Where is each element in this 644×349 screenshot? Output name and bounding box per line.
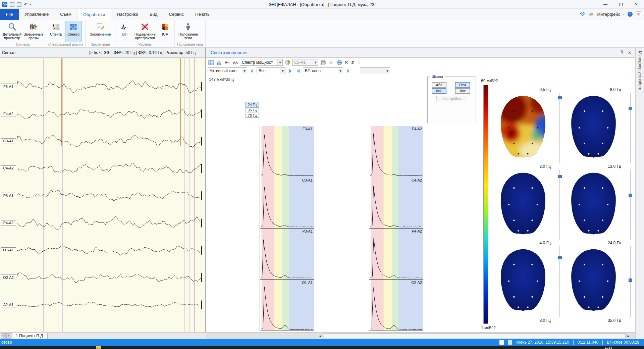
spectrum-curve-F4-A2 [369,126,423,177]
spectrum-button[interactable]: Спектр [48,21,64,42]
tab-Настройки[interactable]: Настройки [111,9,144,20]
document-icon-2[interactable] [508,340,512,345]
eeg-signal-panel[interactable]: F3-A1F4-A2C3-A1C4-A2P3-A1P4-A2O1-A1O2-A2… [0,58,206,332]
menu-right-cluster: Интерфейс ▾ ? ✕ [579,9,644,20]
cloud-icon[interactable] [588,12,594,17]
scroll-right-icon[interactable]: ► [626,333,631,338]
subplot-channel-label: O2-A2 [411,281,422,285]
power-spectrum-panel: Спектр мощност ▼ C3-A1 ▼ ⚙ S Z t Акт [206,58,635,332]
spectrum-subplot-P4-A2: P4-A2 [369,229,423,280]
channel-label-C4-A2: C4-A2 [1,165,16,171]
qat-dropdown-icon[interactable]: ▾ [30,3,32,6]
time-slices-button[interactable]: Временные срезы [23,21,44,42]
brain-map [566,170,621,240]
screen-icon[interactable] [10,2,14,7]
pin-icon[interactable] [620,50,625,55]
spectrum-panel-title: Спектр мощности [206,50,247,55]
signal-panel-title: Сигнал [2,50,15,55]
status-ready-text: отово [0,340,12,345]
eeg-trace-P4-A2 [17,216,201,230]
tab-Обработки[interactable]: Обработки [77,9,111,20]
file-menu-button[interactable]: File [0,9,19,20]
help-icon[interactable]: ? [628,12,633,17]
map-freq-label-right: 8.0 Гц [566,87,621,92]
ribbon-tab-bar: File УправлениеСъёмОбработкиНастройкиВид… [0,9,644,20]
minimize-button[interactable]: — [598,0,613,9]
maximize-button[interactable] [613,0,629,9]
slider-handle[interactable] [629,194,632,197]
artifact-suppression-button[interactable]: Подавление артефактов [133,21,157,42]
spectrum-horizontal-scrollbar[interactable]: ◄ ► [206,332,635,339]
ribbon-group-body-position: Положение тела Положение тела [175,20,206,47]
close-panel-icon[interactable]: ✕ [628,50,631,55]
scrollbar-thumb[interactable] [324,333,626,338]
document-pencil-icon [96,22,105,32]
brain-map [566,93,621,163]
interface-menu[interactable]: Интерфейс [597,12,620,17]
conclusion-button[interactable]: Заключение [87,21,113,42]
slider-handle[interactable] [629,107,632,110]
slider-handle[interactable] [558,256,562,259]
device-manager-strip[interactable]: Менеджер устройств [635,48,644,339]
slider-handle[interactable] [558,175,562,178]
colorbar-min-label: 1 мкВ^2 [481,326,496,330]
eeg-trace-P3-A1 [17,190,201,200]
spectrum-column-1: F3-A1C3-A1P3-A1O1-A1 [260,126,314,331]
ribbon-group-calculations: ВП Подавление артефактов ICA Расчеты [115,20,175,47]
brain-map [495,246,551,317]
slider-handle[interactable] [558,96,562,99]
spectrum-curve-C3-A1 [260,178,314,229]
tab-scroll-right-icon[interactable]: ► [6,333,11,339]
spectrum-column-2: F4-A2C4-A2P4-A2O2-A2 [369,126,423,331]
patient-tab-bar: ◄ ► 1 Пациент П.Д. [0,332,206,339]
tab-Печать[interactable]: Печать [190,9,215,20]
map-scale-slider[interactable] [630,170,631,240]
eeg-traces [0,58,206,332]
interface-dropdown-icon[interactable]: ▾ [623,13,625,16]
tab-scroll-left-icon[interactable]: ◄ [1,333,6,339]
eeg-trace-O1-A1 [17,246,201,255]
ribbon-group-conclusion: Заключение Заключение [86,20,115,47]
antenna-icon[interactable] [579,11,585,17]
tab-Сервис[interactable]: Сервис [163,9,190,20]
body-position-button[interactable]: Положение тела [176,21,200,42]
tab-Вид[interactable]: Вид [144,9,163,20]
map-scale-slider[interactable] [559,170,560,240]
map-freq-label-left: 2.0 Гц [495,164,551,169]
save-icon[interactable] [17,2,21,7]
close-button[interactable]: ✕ [629,0,644,9]
document-icon[interactable] [499,340,504,345]
artifact-red-x-icon [140,22,150,32]
tab-Управление[interactable]: Управление [19,9,54,20]
windows-taskbar[interactable]: 11:58 [0,346,644,349]
spectrum-maps-button[interactable]: Спектр [65,21,82,42]
map-scale-slider[interactable] [559,93,560,163]
subplot-channel-label: O1-A1 [302,281,313,285]
subplot-channel-label: F3-A1 [303,127,313,131]
ribbon-group-signals: Детальный просмотр Временные срезы Сигна… [0,20,46,47]
spectrum-subplot-O1-A1: O1-A1 [260,280,314,331]
vp-button[interactable]: ВП [117,21,132,42]
status-elapsed-time: 0:12:11.040 [578,340,599,345]
scroll-left-icon[interactable]: ◄ [317,333,323,338]
tab-Съём[interactable]: Съём [54,9,77,20]
status-bar: отово Июнь 27, 2016, 15:39:15.210 0:12:1… [0,339,644,346]
ica-button[interactable]: ICA [157,21,173,42]
status-right-cluster: Июнь 27, 2016, 15:39:15.210 0:12:11.040 … [499,340,644,345]
evoked-potential-icon [120,22,129,32]
map-scale-slider[interactable] [630,93,631,163]
spectrum-curve-P4-A2 [369,229,423,280]
slider-handle[interactable] [629,279,632,282]
map-freq-label-bottom-right: 35.0 Гц [566,318,621,323]
patient-tab[interactable]: 1 Пациент П.Д. [12,333,48,339]
menu-tabs: УправлениеСъёмОбработкиНастройкиВидСерви… [19,9,215,20]
spectrum-curve-O1-A1 [260,280,314,331]
spectrum-curve-F3-A1 [260,126,314,177]
channel-label-F4-A2: F4-A2 [1,111,16,116]
channel-label-P4-A2: P4-A2 [1,220,16,226]
close-document-icon[interactable]: ✕ [636,11,641,17]
undo-icon[interactable]: ↶ [24,2,28,7]
folder-icon[interactable] [96,346,101,349]
detail-view-button[interactable]: Детальный просмотр [2,21,22,42]
eeg-trace-C4-A2 [17,163,201,173]
